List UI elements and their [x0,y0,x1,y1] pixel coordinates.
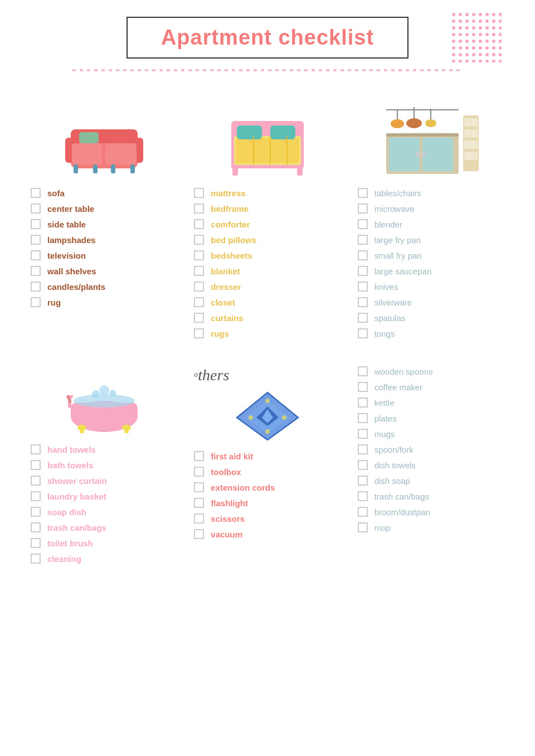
list-item: side table [31,219,177,229]
item-label: blender [374,220,402,229]
checkbox-cleaning[interactable] [31,554,41,564]
item-label: comforter [211,220,250,229]
checkbox-vacuum[interactable] [194,529,204,539]
checkbox-large-saucepan[interactable] [358,266,368,276]
checkbox-blanket[interactable] [194,266,204,276]
svg-point-62 [265,399,270,403]
checkbox-laundry-basket[interactable] [31,491,41,501]
list-item: bedsheets [194,250,341,260]
svg-point-49 [74,394,135,408]
checkbox-rug[interactable] [31,297,41,307]
checkbox-bath-towels[interactable] [31,460,41,470]
list-item: microwave [358,203,504,214]
item-label: soap dish [47,507,86,517]
checkbox-plates[interactable] [358,413,368,423]
checkbox-spoon-fork[interactable] [358,444,368,454]
checkbox-mugs[interactable] [358,429,368,439]
checkbox-spatulas[interactable] [358,313,368,323]
checkbox-large-fry-pan[interactable] [358,235,368,245]
svg-rect-38 [464,118,478,127]
checkbox-toolbox[interactable] [194,467,204,477]
checkbox-dish-towels[interactable] [358,460,368,470]
kitchen-extra-column: wooden spoons coffee maker kettle plates… [349,361,513,575]
svg-point-50 [92,390,100,398]
checkbox-comforter[interactable] [194,219,204,229]
checkbox-television[interactable] [31,250,41,260]
svg-rect-40 [464,140,478,149]
checkbox-rugs[interactable] [194,328,204,338]
item-label: broom/dustpan [374,507,430,517]
list-item: broom/dustpan [358,507,504,517]
checkbox-tables-chairs[interactable] [358,188,368,198]
checkbox-closet[interactable] [194,297,204,307]
item-label: wooden spoons [374,367,433,376]
svg-rect-7 [72,143,102,164]
checkbox-dresser[interactable] [194,282,204,292]
svg-point-63 [265,429,270,434]
item-label: side table [47,220,86,229]
kitchen-column: tables/chairs microwave blender large fr… [349,182,513,350]
item-label: rugs [211,329,229,338]
checkbox-flashlight[interactable] [194,498,204,508]
checkbox-wooden-spoons[interactable] [358,366,368,376]
checkbox-shower-curtain[interactable] [31,476,41,486]
checkbox-kettle[interactable] [358,398,368,408]
list-item: mop [358,522,504,532]
checkbox-trash-can-bags-kitchen[interactable] [358,491,368,501]
checkbox-mattress[interactable] [194,188,204,198]
item-label: center table [47,204,94,214]
checkbox-knives[interactable] [358,282,368,292]
checkbox-silverware[interactable] [358,297,368,307]
item-label: hand towels [47,445,96,454]
item-label: curtains [211,313,243,323]
checkbox-dish-soap[interactable] [358,476,368,486]
bath-section: hand towels bath towels shower curtain l… [0,361,535,575]
checkbox-wall-shelves[interactable] [31,266,41,276]
checkbox-mop[interactable] [358,522,368,532]
item-label: mugs [374,429,395,439]
checkbox-tongs[interactable] [358,328,368,338]
svg-rect-11 [93,164,98,173]
list-item: dish soap [358,476,504,486]
checkbox-hand-towels[interactable] [31,444,41,454]
svg-rect-26 [389,138,420,171]
item-label: rug [47,298,61,307]
checkbox-soap-dish[interactable] [31,507,41,517]
checkbox-microwave[interactable] [358,203,368,214]
checkbox-curtains[interactable] [194,313,204,323]
checkbox-sofa[interactable] [31,188,41,198]
item-label: small fry pan [374,251,422,260]
item-label: wall shelves [47,266,96,276]
item-label: dish towels [374,461,416,470]
sofa-illustration [22,93,186,177]
checkbox-bedsheets[interactable] [194,250,204,260]
checkbox-candles-plants[interactable] [31,282,41,292]
title-box: Apartment checklist [127,17,408,59]
checkbox-trash-can-bags-bath[interactable] [31,522,41,532]
checkbox-extension-cords[interactable] [194,482,204,492]
item-label: large fry pan [374,235,421,245]
dotted-strip [72,67,463,74]
list-item: kettle [358,398,504,408]
checkbox-blender[interactable] [358,219,368,229]
list-item: coffee maker [358,382,504,392]
list-item: television [31,250,177,260]
item-label: sofa [47,188,65,198]
checkbox-toilet-brush[interactable] [31,538,41,548]
others-column: others firs [186,361,349,575]
checkbox-lampshades[interactable] [31,235,41,245]
checkbox-small-fry-pan[interactable] [358,250,368,260]
svg-rect-9 [79,132,99,143]
list-item: extension cords [194,482,341,492]
checkbox-bedframe[interactable] [194,203,204,214]
bed-illustration [186,93,349,177]
checkbox-coffee-maker[interactable] [358,382,368,392]
item-label: microwave [374,204,415,214]
checkbox-scissors[interactable] [194,513,204,524]
item-label: toilet brush [47,539,93,548]
checkbox-broom-dustpan[interactable] [358,507,368,517]
checkbox-side-table[interactable] [31,219,41,229]
checkbox-first-aid-kit[interactable] [194,451,204,461]
checkbox-center-table[interactable] [31,203,41,214]
checkbox-bed-pillows[interactable] [194,235,204,245]
